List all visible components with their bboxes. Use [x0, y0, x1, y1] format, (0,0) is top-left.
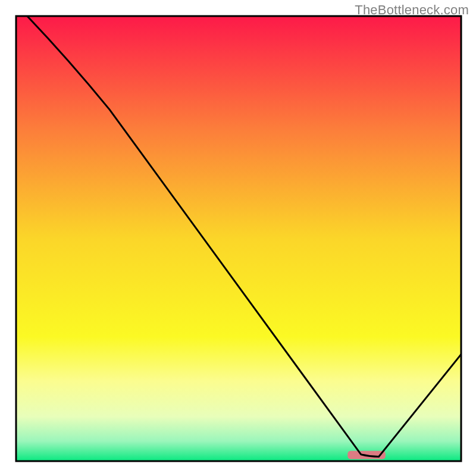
plot-background	[16, 16, 461, 461]
watermark-text: TheBottleneck.com	[355, 2, 469, 18]
bottleneck-curve-chart	[0, 0, 476, 476]
